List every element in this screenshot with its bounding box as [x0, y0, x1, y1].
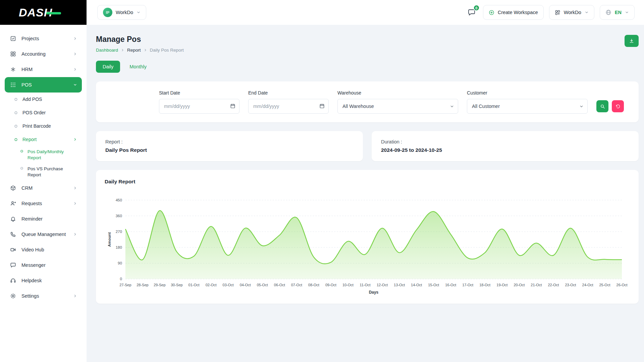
breadcrumb-dashboard-link[interactable]: Dashboard [96, 48, 118, 53]
bullet-icon [14, 111, 18, 115]
sidebar-item-settings[interactable]: Settings [5, 288, 82, 304]
filter-card: Start Date End Date Warehouse All Wareho… [96, 81, 639, 122]
chevron-right-icon [144, 48, 147, 52]
breadcrumb: Dashboard Report Daily Pos Report [96, 48, 184, 53]
create-workspace-label: Create Workspace [498, 10, 538, 15]
customer-field: Customer All Customer [467, 90, 588, 114]
start-date-input[interactable] [159, 99, 239, 114]
sidebar-item-accounting[interactable]: Accounting [5, 46, 82, 62]
chevron-right-icon [73, 67, 77, 71]
chevron-right-icon [73, 52, 77, 56]
duration-summary-card: Duration : 2024-09-25 to 2024-10-25 [372, 131, 639, 161]
download-report-button[interactable] [625, 35, 639, 47]
headset-icon [10, 278, 16, 284]
filter-actions [596, 90, 624, 114]
language-code: EN [615, 10, 622, 15]
globe-icon [605, 9, 611, 15]
svg-text:11-Oct: 11-Oct [360, 283, 370, 287]
breadcrumb-report[interactable]: Report [127, 48, 141, 53]
svg-text:20-Oct: 20-Oct [514, 283, 525, 287]
customer-label: Customer [467, 90, 588, 96]
svg-text:13-Oct: 13-Oct [394, 283, 405, 287]
workspace-icon [103, 8, 112, 17]
account-name: WorkDo [564, 10, 581, 15]
duration-label: Duration : [381, 139, 629, 144]
svg-text:29-Sep: 29-Sep [154, 283, 165, 287]
sidebar-item-reminder[interactable]: Reminder [5, 211, 82, 227]
svg-text:05-Oct: 05-Oct [257, 283, 268, 287]
messages-button[interactable]: 0 [466, 7, 477, 18]
account-menu-button[interactable]: WorkDo [549, 5, 594, 20]
chevron-right-icon [73, 232, 77, 236]
warehouse-label: Warehouse [337, 90, 458, 96]
report-label: Report : [105, 139, 354, 144]
daily-report-chart: 09018027036045027-Sep28-Sep29-Sep30-Sep0… [105, 195, 630, 296]
start-date-field: Start Date [159, 90, 239, 114]
warehouse-select[interactable]: All Warehouse [337, 99, 458, 114]
reset-filter-button[interactable] [612, 100, 624, 112]
sidebar-item-messenger[interactable]: Messenger [5, 257, 82, 273]
svg-text:02-Oct: 02-Oct [206, 283, 217, 287]
svg-text:180: 180 [116, 245, 122, 249]
sidebar-item-report[interactable]: Report [5, 133, 82, 146]
chevron-down-icon [137, 10, 141, 14]
report-mode-tabs: Daily Monthly [96, 61, 639, 73]
topbar: WorkDo 0 Create Workspace WorkDo EN [87, 0, 644, 25]
end-date-input[interactable] [248, 99, 329, 114]
user-plus-icon [10, 200, 16, 206]
svg-text:09-Oct: 09-Oct [325, 283, 336, 287]
svg-text:22-Oct: 22-Oct [548, 283, 559, 287]
sidebar-item-pos-daily-monthly-report[interactable]: Pos Daily/Monthly Report [5, 146, 82, 163]
gear-icon [10, 293, 16, 299]
svg-text:06-Oct: 06-Oct [274, 283, 285, 287]
svg-text:14-Oct: 14-Oct [411, 283, 422, 287]
chevron-right-icon [73, 186, 77, 190]
sidebar-item-print-barcode[interactable]: Print Barcode [5, 119, 82, 133]
svg-text:27-Sep: 27-Sep [119, 283, 131, 287]
sidebar-item-helpdesk[interactable]: Helpdesk [5, 273, 82, 288]
search-button[interactable] [596, 100, 608, 112]
create-workspace-button[interactable]: Create Workspace [483, 5, 544, 20]
search-icon [600, 104, 605, 109]
svg-text:90: 90 [118, 261, 122, 265]
app-logo[interactable]: DASH [19, 7, 52, 18]
sidebar-item-crm[interactable]: CRM [5, 180, 82, 196]
sidebar-item-pos-order[interactable]: POS Order [5, 106, 82, 119]
chevron-right-icon [73, 137, 77, 141]
accounting-icon [10, 51, 16, 57]
sidebar-item-queue-management[interactable]: Queue Management [5, 227, 82, 242]
svg-text:21-Oct: 21-Oct [531, 283, 542, 287]
svg-text:18-Oct: 18-Oct [479, 283, 490, 287]
download-icon [629, 38, 634, 44]
start-date-label: Start Date [159, 90, 239, 96]
svg-text:Days: Days [369, 290, 379, 295]
sidebar-item-hrm[interactable]: HRM [5, 62, 82, 77]
tab-monthly[interactable]: Monthly [129, 64, 147, 69]
tab-daily[interactable]: Daily [96, 61, 120, 73]
bullet-icon [20, 149, 23, 153]
report-summary-card: Report : Daily Pos Report [96, 131, 363, 161]
customer-select[interactable]: All Customer [467, 99, 588, 114]
sidebar-item-add-pos[interactable]: Add POS [5, 93, 82, 106]
sidebar-item-video-hub[interactable]: Video Hub [5, 242, 82, 257]
phone-icon [10, 231, 16, 237]
svg-text:10-Oct: 10-Oct [342, 283, 354, 287]
workspace-selector[interactable]: WorkDo [97, 5, 146, 20]
crm-icon [10, 185, 16, 191]
svg-text:28-Sep: 28-Sep [137, 283, 148, 287]
plus-circle-icon [489, 10, 494, 15]
language-selector[interactable]: EN [600, 5, 635, 20]
end-date-label: End Date [248, 90, 329, 96]
reset-icon [615, 104, 621, 109]
sidebar-item-projects[interactable]: Projects [5, 31, 82, 46]
bullet-icon [14, 124, 18, 128]
topbar-actions: 0 Create Workspace WorkDo EN [466, 5, 635, 20]
sidebar-item-requests[interactable]: Requests [5, 196, 82, 211]
svg-text:17-Oct: 17-Oct [462, 283, 473, 287]
svg-text:04-Oct: 04-Oct [240, 283, 251, 287]
sidebar-item-pos-vs-purchase-report[interactable]: Pos VS Purchase Report [5, 163, 82, 180]
sidebar-item-pos[interactable]: POS [5, 77, 82, 93]
hrm-icon [10, 66, 16, 72]
svg-text:07-Oct: 07-Oct [291, 283, 302, 287]
sidebar: Projects Accounting HRM POS Add POS POS … [0, 25, 87, 362]
